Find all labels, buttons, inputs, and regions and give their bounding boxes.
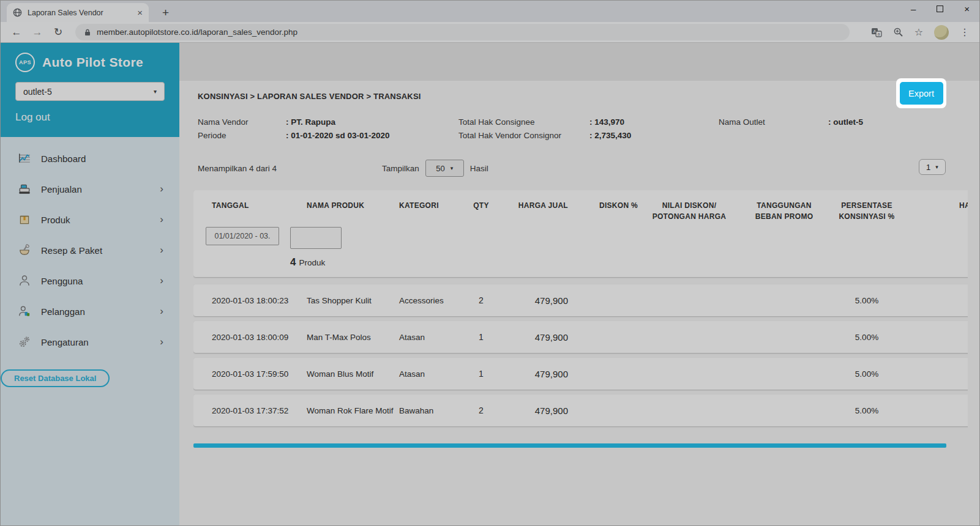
- consignee-value: : 143,970: [589, 117, 719, 127]
- sidebar-item-label: Dashboard: [41, 154, 86, 164]
- zoom-icon[interactable]: [893, 27, 903, 37]
- reset-database-button[interactable]: Reset Database Lokal: [1, 369, 110, 387]
- main-content: KONSINYASI > LAPORAN SALES VENDOR > TRAN…: [179, 43, 979, 526]
- col-header-kategori: KATEGORI: [395, 200, 463, 211]
- translate-icon[interactable]: A a: [871, 28, 882, 37]
- cell-qty: 1: [463, 369, 499, 379]
- date-filter-input[interactable]: [206, 227, 279, 245]
- table-row: 2020-01-03 18:00:23 Tas Shopper Kulit Ac…: [193, 284, 968, 316]
- sidebar-item-pengguna[interactable]: Pengguna ›: [1, 265, 179, 296]
- export-highlight: Export: [896, 78, 946, 108]
- maximize-icon[interactable]: [937, 6, 943, 12]
- cell-harga-jual: 479,900: [499, 369, 573, 379]
- sidebar-item-dashboard[interactable]: Dashboard: [1, 143, 179, 174]
- sidebar-item-label: Produk: [41, 215, 70, 225]
- outlet-select-value: outlet-5: [23, 87, 52, 97]
- window-controls: – ×: [911, 4, 970, 13]
- cell-persentase: 5.00%: [830, 369, 903, 379]
- cell-persentase: 5.00%: [830, 333, 903, 342]
- page-size-select[interactable]: 50 ▾: [425, 160, 464, 177]
- cell-nama-produk: Woman Blus Motif: [304, 369, 395, 379]
- cell-qty: 2: [463, 406, 499, 415]
- sidebar-item-label: Penjualan: [41, 184, 82, 194]
- sidebar-menu: Dashboard Penjualan ›: [1, 137, 179, 387]
- col-header-nama-produk: NAMA PRODUK: [304, 200, 395, 211]
- table-row: 2020-01-03 17:59:50 Woman Blus Motif Ata…: [193, 358, 968, 390]
- tab-strip: Laporan Sales Vendor × + – ×: [1, 1, 979, 22]
- cell-kategori: Accessories: [395, 296, 463, 305]
- export-button[interactable]: Export: [900, 82, 943, 105]
- table-hscrollbar-thumb[interactable]: [193, 443, 946, 448]
- periode-value: : 01-01-2020 sd 03-01-2020: [286, 131, 458, 140]
- report-table: TANGGAL NAMA PRODUK KATEGORI QTY HARGA J…: [193, 190, 968, 431]
- avatar[interactable]: [934, 25, 949, 40]
- cell-tanggal: 2020-01-03 17:59:50: [193, 369, 304, 379]
- chevron-right-icon: ›: [160, 183, 163, 195]
- tab-close-icon[interactable]: ×: [137, 7, 143, 18]
- menu-dots-icon[interactable]: ⋮: [960, 26, 970, 38]
- cell-tanggal: 2020-01-03 17:37:52: [193, 406, 304, 415]
- cell-harga-jual: 479,900: [499, 332, 573, 343]
- cell-kategori: Bawahan: [395, 406, 463, 415]
- forward-icon[interactable]: →: [29, 26, 46, 39]
- customers-icon: [18, 305, 31, 318]
- product-icon: [18, 213, 31, 226]
- page-number-select[interactable]: 1 ▾: [919, 159, 946, 175]
- cell-tanggal: 2020-01-03 18:00:09: [193, 333, 304, 342]
- product-filter-input[interactable]: [290, 227, 342, 249]
- sidebar-item-resep-paket[interactable]: Resep & Paket ›: [1, 235, 179, 265]
- cell-qty: 2: [463, 295, 499, 305]
- consignor-value: : 2,735,430: [589, 131, 719, 140]
- lock-icon: [84, 28, 91, 37]
- settings-icon: [18, 335, 31, 349]
- users-icon: [18, 274, 31, 287]
- app-header-band: [179, 43, 979, 81]
- address-bar[interactable]: member.autopilotstore.co.id/laporan_sale…: [75, 24, 850, 40]
- minimize-icon[interactable]: –: [911, 4, 916, 13]
- page-size-value: 50: [436, 164, 444, 173]
- browser-window: Laporan Sales Vendor × + – × ← → ↻ membe…: [0, 0, 980, 526]
- chevron-right-icon: ›: [160, 213, 163, 226]
- new-tab-button[interactable]: +: [157, 6, 174, 22]
- col-header-tanggal: TANGGAL: [193, 200, 304, 211]
- sidebar-item-pengaturan[interactable]: Pengaturan ›: [1, 327, 179, 357]
- sidebar-item-produk[interactable]: Produk ›: [1, 204, 179, 235]
- cell-nama-produk: Tas Shopper Kulit: [304, 296, 395, 305]
- cell-harga-jual: 479,900: [499, 295, 573, 306]
- results-label: Hasil: [470, 164, 488, 173]
- browser-toolbar: ← → ↻ member.autopilotstore.co.id/lapora…: [1, 22, 979, 43]
- svg-text:a: a: [877, 32, 880, 36]
- reload-icon[interactable]: ↻: [50, 26, 67, 39]
- back-icon[interactable]: ←: [8, 26, 25, 39]
- chevron-right-icon: ›: [160, 336, 163, 348]
- col-header-harga-jual: HARGA JUAL: [499, 200, 573, 211]
- tab-title: Laporan Sales Vendor: [28, 9, 132, 17]
- close-icon[interactable]: ×: [964, 4, 970, 13]
- product-count: 4Produk: [290, 256, 968, 269]
- star-icon[interactable]: ☆: [915, 26, 923, 38]
- cell-nama-produk: Woman Rok Flare Motif: [304, 406, 395, 415]
- consignor-label: Total Hak Vendor Consignor: [458, 131, 589, 140]
- consignee-label: Total Hak Consignee: [458, 117, 589, 127]
- sidebar: APS Auto Pilot Store outlet-5 ▾ Log out: [1, 43, 179, 526]
- table-hscrollbar-track: [193, 443, 946, 448]
- sidebar-item-penjualan[interactable]: Penjualan ›: [1, 174, 179, 204]
- col-header-diskon: DISKON %: [573, 200, 640, 211]
- brand-name: Auto Pilot Store: [42, 55, 143, 70]
- sidebar-item-pelanggan[interactable]: Pelanggan ›: [1, 296, 179, 327]
- cell-qty: 1: [463, 332, 499, 342]
- outlet-select[interactable]: outlet-5 ▾: [15, 82, 165, 101]
- cell-nama-produk: Man T-Max Polos: [304, 333, 395, 342]
- sidebar-item-label: Pengguna: [41, 276, 83, 286]
- periode-label: Periode: [198, 131, 286, 140]
- browser-tab[interactable]: Laporan Sales Vendor ×: [7, 3, 149, 22]
- cell-kategori: Atasan: [395, 333, 463, 342]
- toolbar-right: A a ☆ ⋮: [871, 25, 972, 40]
- dashboard-icon: [18, 152, 31, 165]
- chevron-down-icon: ▾: [451, 165, 454, 171]
- sidebar-item-label: Pengaturan: [41, 337, 89, 347]
- sidebar-item-label: Resep & Paket: [41, 245, 102, 256]
- logout-link[interactable]: Log out: [15, 111, 165, 124]
- cell-persentase: 5.00%: [830, 406, 903, 415]
- col-header-clipped: HA: [903, 200, 968, 211]
